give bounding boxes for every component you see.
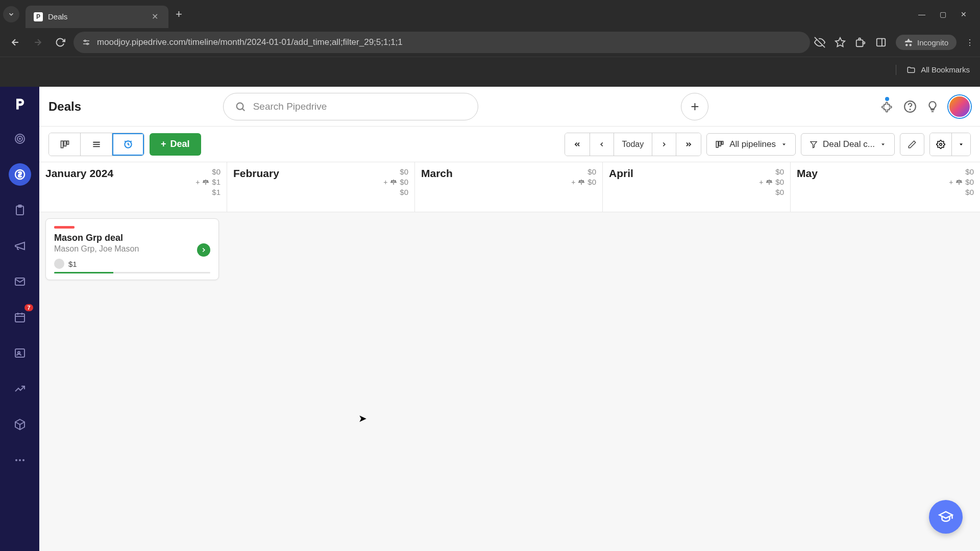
svg-rect-35 bbox=[64, 141, 66, 146]
tab-title: Deals bbox=[48, 12, 144, 21]
deal-owner-avatar bbox=[54, 259, 64, 269]
reload-button[interactable] bbox=[51, 33, 69, 52]
sidebar-item-leads[interactable] bbox=[9, 128, 31, 150]
scale-icon bbox=[765, 179, 773, 186]
dollar-icon bbox=[14, 168, 26, 181]
sidebar-item-projects[interactable] bbox=[9, 199, 31, 221]
nav-prev-button[interactable] bbox=[590, 133, 614, 156]
chevron-right-icon bbox=[660, 141, 668, 148]
pencil-icon bbox=[908, 140, 917, 149]
puzzle-icon bbox=[881, 100, 894, 113]
tab-search-button[interactable] bbox=[3, 6, 19, 22]
month-open: $1 bbox=[195, 188, 220, 196]
svg-rect-36 bbox=[67, 141, 68, 144]
toolbar: + Deal Today bbox=[39, 127, 980, 162]
settings-button[interactable] bbox=[930, 133, 952, 156]
calendar-icon bbox=[14, 311, 26, 323]
settings-dropdown[interactable] bbox=[952, 133, 970, 156]
svg-point-4 bbox=[84, 40, 86, 42]
nav-jump-forward-button[interactable] bbox=[676, 133, 701, 156]
help-fab[interactable] bbox=[929, 500, 963, 534]
reload-icon bbox=[55, 37, 65, 47]
chevron-right-icon bbox=[200, 246, 207, 254]
sidebar: 7 bbox=[0, 87, 39, 551]
incognito-indicator[interactable]: Incognito bbox=[896, 35, 957, 50]
app: 7 Deals Search Pipedrive + bbox=[0, 87, 980, 551]
incognito-icon bbox=[904, 38, 913, 47]
deal-card[interactable]: Mason Grp deal Mason Grp, Joe Mason $1 bbox=[45, 218, 219, 280]
edit-button[interactable] bbox=[900, 133, 924, 156]
month-weighted: $1 bbox=[212, 178, 220, 186]
svg-marker-7 bbox=[836, 38, 845, 46]
all-bookmarks-button[interactable]: All Bookmarks bbox=[921, 65, 970, 74]
deal-progress bbox=[54, 272, 210, 273]
nav-jump-back-button[interactable] bbox=[565, 133, 590, 156]
quick-add-button[interactable]: + bbox=[681, 93, 708, 120]
cursor-icon: ➤ bbox=[358, 412, 367, 424]
tips-button[interactable] bbox=[926, 93, 939, 120]
month-total: $0 bbox=[571, 167, 596, 176]
sidebar-item-deals[interactable] bbox=[9, 163, 31, 186]
month-total: $0 bbox=[195, 167, 220, 176]
nav-next-button[interactable] bbox=[652, 133, 676, 156]
bookmarks-bar: All Bookmarks bbox=[0, 57, 980, 82]
view-list-button[interactable] bbox=[81, 133, 112, 156]
plus-icon: + bbox=[195, 178, 200, 186]
filter-selector[interactable]: Deal Deal c... bbox=[801, 133, 895, 156]
month-weighted: $0 bbox=[400, 178, 408, 186]
pipeline-selector[interactable]: All pipelines bbox=[706, 133, 796, 156]
extensions-icon[interactable] bbox=[855, 37, 866, 48]
deal-advance-button[interactable] bbox=[197, 243, 210, 257]
eye-off-icon[interactable] bbox=[814, 37, 825, 48]
app-logo[interactable] bbox=[10, 94, 30, 114]
sidebar-item-mail[interactable] bbox=[9, 270, 31, 293]
today-label: Today bbox=[622, 140, 644, 149]
svg-marker-46 bbox=[881, 143, 885, 145]
sidebar-item-products[interactable] bbox=[9, 413, 31, 436]
settings-split-button bbox=[929, 133, 971, 156]
new-tab-button[interactable]: + bbox=[168, 8, 189, 21]
browser-menu-icon[interactable]: ⋮ bbox=[966, 38, 974, 47]
sidebar-item-more[interactable] bbox=[9, 449, 31, 471]
month-values: $0 +$0 $0 bbox=[383, 167, 408, 196]
caret-down-icon bbox=[958, 141, 964, 147]
view-pipeline-button[interactable] bbox=[49, 133, 81, 156]
site-settings-icon[interactable] bbox=[82, 38, 91, 47]
forward-button[interactable] bbox=[29, 33, 47, 52]
sidebar-item-contacts[interactable] bbox=[9, 342, 31, 364]
sidebar-item-activities[interactable]: 7 bbox=[9, 306, 31, 329]
svg-rect-42 bbox=[719, 141, 721, 146]
chevron-down-icon bbox=[8, 11, 15, 18]
url-text: moodjoy.pipedrive.com/timeline/month/202… bbox=[97, 37, 802, 47]
svg-point-29 bbox=[22, 459, 24, 461]
deal-amount: $1 bbox=[68, 260, 77, 268]
side-panel-icon[interactable] bbox=[875, 37, 887, 48]
month-total: $0 bbox=[759, 167, 784, 176]
help-button[interactable] bbox=[903, 93, 917, 120]
url-field[interactable]: moodjoy.pipedrive.com/timeline/month/202… bbox=[74, 32, 810, 53]
browser-tab[interactable]: P Deals ✕ bbox=[26, 6, 168, 28]
search-input[interactable]: Search Pipedrive bbox=[223, 93, 478, 120]
back-button[interactable] bbox=[6, 33, 24, 52]
view-forecast-button[interactable] bbox=[112, 133, 144, 156]
svg-point-47 bbox=[940, 143, 942, 145]
bookmark-star-icon[interactable] bbox=[835, 37, 846, 48]
sidebar-item-insights[interactable] bbox=[9, 378, 31, 400]
close-icon[interactable]: ✕ bbox=[150, 11, 160, 22]
close-window-button[interactable]: ✕ bbox=[961, 10, 967, 18]
tune-icon bbox=[82, 38, 91, 47]
deal-footer: $1 bbox=[54, 259, 210, 269]
minimize-button[interactable]: — bbox=[918, 10, 925, 18]
maximize-button[interactable]: ▢ bbox=[940, 10, 946, 18]
sidebar-item-campaigns[interactable] bbox=[9, 235, 31, 257]
scale-icon bbox=[955, 179, 963, 186]
pipeline-icon bbox=[715, 140, 724, 149]
target-icon bbox=[14, 133, 26, 145]
caret-down-icon bbox=[781, 141, 787, 147]
marketplace-button[interactable] bbox=[881, 93, 894, 120]
nav-today-button[interactable]: Today bbox=[614, 133, 653, 156]
add-deal-button[interactable]: + Deal bbox=[150, 133, 201, 156]
tab-favicon: P bbox=[34, 12, 43, 21]
address-bar: moodjoy.pipedrive.com/timeline/month/202… bbox=[0, 28, 980, 57]
user-avatar[interactable] bbox=[948, 95, 971, 118]
